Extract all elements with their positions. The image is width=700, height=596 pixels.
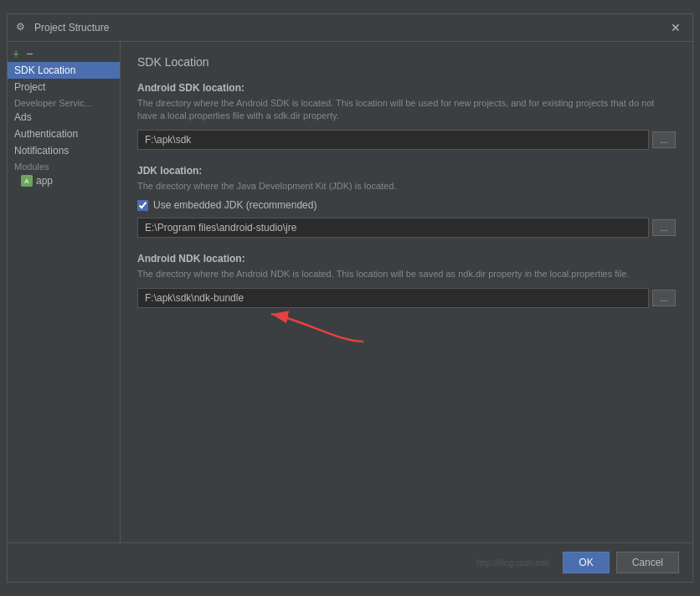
jdk-input-row: ... <box>137 218 676 238</box>
app-module-icon: A <box>21 175 33 187</box>
android-ndk-section: Android NDK location: The directory wher… <box>137 253 676 307</box>
android-sdk-browse-button[interactable]: ... <box>652 131 676 148</box>
android-ndk-input-row: ... <box>137 288 676 308</box>
sidebar-toolbar: + − <box>8 45 120 62</box>
annotation-arrow <box>204 304 372 346</box>
dialog-body: + − SDK Location Project Developer Servi… <box>8 42 692 542</box>
jdk-checkbox-row: Use embedded JDK (recommended) <box>137 199 676 211</box>
app-module-label: app <box>36 175 53 187</box>
jdk-section: JDK location: The directory where the Ja… <box>137 165 676 238</box>
title-bar-left: ⚙ Project Structure <box>16 21 109 34</box>
sidebar-item-notifications[interactable]: Notifications <box>8 142 120 159</box>
cancel-button[interactable]: Cancel <box>616 552 679 573</box>
close-button[interactable]: ✕ <box>667 19 684 36</box>
sidebar-item-app[interactable]: A app <box>8 172 120 189</box>
sidebar-item-ads[interactable]: Ads <box>8 109 120 126</box>
section-title: SDK Location <box>137 55 676 69</box>
footer-url: http://blog.csdn.net/ <box>21 558 556 568</box>
ok-button[interactable]: OK <box>563 552 609 573</box>
sidebar-item-authentication[interactable]: Authentication <box>8 126 120 142</box>
sidebar: + − SDK Location Project Developer Servi… <box>8 42 121 542</box>
dialog-title: Project Structure <box>34 22 109 33</box>
android-ndk-input[interactable] <box>137 288 649 308</box>
dialog-footer: http://blog.csdn.net/ OK Cancel <box>8 542 692 582</box>
android-sdk-description: The directory where the Android SDK is l… <box>137 97 676 123</box>
android-ndk-label: Android NDK location: <box>137 253 676 265</box>
android-sdk-label: Android SDK location: <box>137 82 676 94</box>
sidebar-section-modules: Modules <box>8 159 120 172</box>
jdk-description: The directory where the Java Development… <box>137 180 676 193</box>
embedded-jdk-label: Use embedded JDK (recommended) <box>153 199 317 211</box>
android-ndk-description: The directory where the Android NDK is l… <box>137 268 676 280</box>
sidebar-item-project[interactable]: Project <box>8 79 120 95</box>
jdk-label: JDK location: <box>137 165 676 177</box>
android-sdk-input[interactable] <box>137 130 649 150</box>
dialog-icon: ⚙ <box>16 21 29 34</box>
android-sdk-section: Android SDK location: The directory wher… <box>137 82 676 150</box>
project-structure-dialog: ⚙ Project Structure ✕ + − SDK Location P… <box>7 13 693 583</box>
remove-item-button[interactable]: − <box>24 47 34 60</box>
jdk-browse-button[interactable]: ... <box>652 219 676 236</box>
embedded-jdk-checkbox[interactable] <box>137 200 148 211</box>
sidebar-item-sdk-location[interactable]: SDK Location <box>8 62 120 79</box>
jdk-input[interactable] <box>137 218 649 238</box>
android-sdk-input-row: ... <box>137 130 676 150</box>
android-ndk-browse-button[interactable]: ... <box>652 290 676 306</box>
ndk-input-container: ... <box>137 288 676 308</box>
sidebar-section-developer-services: Developer Servic... <box>8 95 120 109</box>
main-content: SDK Location Android SDK location: The d… <box>121 42 692 542</box>
title-bar: ⚙ Project Structure ✕ <box>8 14 692 42</box>
add-item-button[interactable]: + <box>11 47 21 60</box>
